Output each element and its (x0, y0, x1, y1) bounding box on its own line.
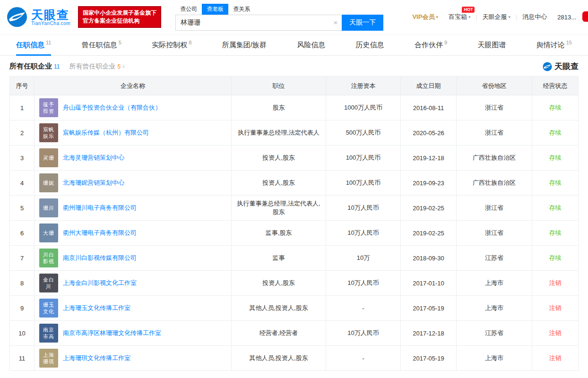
company-logo-text: 川 (46, 283, 52, 290)
treasure-box-menu-item[interactable]: HOT 百宝箱 ▾ (443, 13, 476, 21)
company-logo-text: 川白 (43, 251, 54, 258)
search-tab[interactable]: 查老板 (202, 4, 228, 15)
nav-tab[interactable]: 所属集团/族群 (222, 34, 267, 55)
search-tab[interactable]: 查关系 (228, 4, 255, 15)
region-cell: 上海市 (457, 296, 532, 321)
status-cell: 注销 (532, 296, 579, 321)
position-cell: 投资人,股东 (232, 171, 326, 196)
clear-icon[interactable]: × (333, 18, 337, 27)
region-cell: 上海市 (457, 346, 532, 371)
nav-tab[interactable]: 历史信息 (356, 34, 384, 55)
table-head-row: 序号企业名称职位注册资本成立日期省份地区经营状态 (10, 77, 579, 95)
nav-tab[interactable]: 天眼图谱 (477, 34, 506, 55)
company-link[interactable]: 宸帆娱乐传媒（杭州）有限公司 (63, 129, 149, 137)
row-index: 4 (10, 171, 35, 196)
company-link[interactable]: 北海灵珊营销策划中心 (63, 154, 124, 162)
former-companies-count: 5 (117, 63, 121, 70)
company-cell-td: 南京市高 南京市高淳区林珊珊文化传播工作室 (35, 321, 232, 346)
row-index: 11 (10, 346, 35, 371)
row-index: 6 (10, 221, 35, 246)
company-logo: 南京市高 (39, 324, 58, 343)
company-cell-td: 宸帆娱乐 宸帆娱乐传媒（杭州）有限公司 (35, 120, 232, 146)
company-logo: 上海珊琪 (39, 349, 58, 368)
company-cell: 金白川 上海金白川影视文化工作室 (39, 274, 226, 292)
company-logo-text: 南京 (43, 326, 54, 333)
company-cell-td: 珊玉文化 上海珊玉文化传播工作室 (35, 296, 232, 321)
region-cell: 江苏省 (457, 321, 532, 346)
status-cell: 存续 (532, 246, 579, 271)
nav-tab[interactable]: 任职信息11 (16, 34, 51, 55)
column-header: 经营状态 (532, 77, 579, 95)
section-title-count: 11 (54, 63, 60, 70)
company-cell: 珊玉文化 上海珊玉文化传播工作室 (39, 299, 226, 318)
company-link[interactable]: 上海珊琪文化传播工作室 (63, 354, 130, 362)
company-link[interactable]: 上海珊玉文化传播工作室 (63, 304, 130, 312)
vip-label: VIP会员 (412, 13, 434, 21)
nav-tab-label: 合作伙伴 (415, 41, 443, 50)
capital-cell: 10万人民币 (326, 196, 401, 221)
message-center-menu-item[interactable]: 消息中心 (517, 13, 552, 21)
company-cell-td: 川白影视 南京川白影视传媒有限公司 (35, 246, 232, 271)
row-index: 5 (10, 196, 35, 221)
positions-table: 序号企业名称职位注册资本成立日期省份地区经营状态 1 蕴予投资 舟山蕴予投资合伙… (9, 76, 579, 371)
date-cell: 2017-05-19 (401, 296, 457, 321)
nav-tab-count: 9 (444, 40, 447, 45)
date-cell: 2019-09-23 (401, 171, 457, 196)
company-cell-td: 上海珊琪 上海珊琪文化传播工作室 (35, 346, 232, 371)
position-cell: 股东 (232, 95, 326, 120)
search-row: × 天眼一下 (175, 15, 383, 31)
chevron-down-icon: ▾ (436, 15, 438, 19)
company-logo-text: 珊玉 (43, 301, 54, 308)
column-header: 注册资本 (326, 77, 401, 95)
page: 天眼查 TianYanCha.com 国家中小企业发展子基金旗下 官方备案企业征… (0, 0, 588, 371)
top-header: 天眼查 TianYanCha.com 国家中小企业发展子基金旗下 官方备案企业征… (0, 0, 588, 34)
gov-certification-badge: 国家中小企业发展子基金旗下 官方备案企业征信机构 (78, 6, 161, 28)
company-link[interactable]: 衢州珊川电子商务有限公司 (63, 204, 137, 212)
table-row: 7 川白影视 南京川白影视传媒有限公司 监事 10万 2018-09-30 江苏… (10, 246, 579, 271)
column-header: 序号 (10, 77, 35, 95)
account-number[interactable]: 2813... (552, 14, 581, 21)
capital-cell: 10万 (326, 246, 401, 271)
nav-tab[interactable]: 曾任职信息5 (82, 34, 121, 55)
company-logo-text: 蕴予 (43, 101, 54, 108)
search-tab[interactable]: 查公司 (175, 4, 202, 15)
search-input[interactable] (176, 15, 342, 30)
search-button[interactable]: 天眼一下 (342, 15, 383, 31)
logo[interactable]: 天眼查 TianYanCha.com (7, 7, 70, 27)
position-cell: 其他人员,投资人,股东 (232, 296, 326, 321)
former-companies-link[interactable]: 所有曾任职企业5› (69, 62, 124, 71)
company-link[interactable]: 舟山蕴予投资合伙企业（有限合伙） (63, 103, 161, 112)
nav-tab[interactable]: 合作伙伴9 (415, 34, 447, 55)
gov-badge-line2: 官方备案企业征信机构 (83, 17, 156, 25)
nav-tab[interactable]: 舆情讨论15 (536, 34, 572, 55)
company-cell: 宸帆娱乐 宸帆娱乐传媒（杭州）有限公司 (39, 123, 226, 142)
vip-menu-item[interactable]: VIP会员 ▾ (407, 13, 443, 21)
company-link[interactable]: 南京川白影视传媒有限公司 (63, 254, 137, 262)
nav-tab-label: 舆情讨论 (536, 41, 565, 50)
company-link[interactable]: 上海金白川影视文化工作室 (63, 279, 137, 287)
row-index: 2 (10, 120, 35, 146)
row-index: 9 (10, 296, 35, 321)
top-menu: VIP会员 ▾ HOT 百宝箱 ▾ | 天眼企服 ▾ | 消息中心 2813..… (407, 13, 581, 21)
nav-tab[interactable]: 风险信息 (297, 34, 325, 55)
company-logo: 珊川 (39, 198, 58, 217)
section-title: 所有任职企业11 (9, 62, 60, 71)
section-left: 所有任职企业11 所有曾任职企业5› (9, 62, 125, 71)
table-row: 10 南京市高 南京市高淳区林珊珊文化传播工作室 经营者,经营者 10万人民币 … (10, 321, 579, 346)
position-cell: 经营者,经营者 (232, 321, 326, 346)
capital-cell: 100万人民币 (326, 146, 401, 171)
company-link[interactable]: 衢州大珊电子商务有限公司 (63, 229, 137, 237)
gov-badge-line1: 国家中小企业发展子基金旗下 (83, 9, 156, 17)
company-link[interactable]: 南京市高淳区林珊珊文化传播工作室 (63, 329, 161, 337)
enterprise-service-menu-item[interactable]: 天眼企服 ▾ (477, 13, 516, 21)
nav-tab-count: 15 (566, 40, 572, 45)
company-cell: 灵珊 北海灵珊营销策划中心 (39, 148, 226, 167)
company-link[interactable]: 北海珊妮营销策划中心 (63, 179, 124, 187)
company-logo-text: 珊川 (43, 205, 54, 211)
logo-text: 天眼查 TianYanCha.com (31, 9, 70, 26)
nav-tab[interactable]: 实际控制权8 (152, 34, 191, 55)
search-block: 查公司查老板查关系 × 天眼一下 (175, 4, 383, 31)
nav-tabs: 任职信息11曾任职信息5实际控制权8所属集团/族群风险信息历史信息合作伙伴9天眼… (0, 34, 588, 56)
status-cell: 存续 (532, 146, 579, 171)
former-companies-label: 所有曾任职企业 (69, 62, 115, 70)
